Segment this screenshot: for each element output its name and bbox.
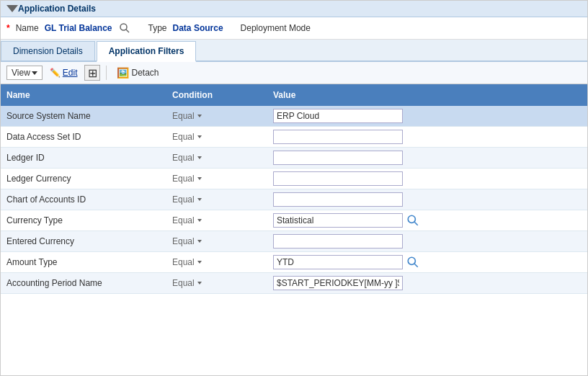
value-input[interactable] — [273, 109, 403, 123]
row-name-cell: Ledger Currency — [1, 169, 166, 189]
app-container: Application Details * Name GL Trial Bala… — [0, 0, 588, 376]
tabs-row: Dimension Details Application Filters — [1, 40, 587, 62]
condition-text: Equal — [172, 278, 195, 288]
row-value-cell[interactable] — [267, 252, 587, 272]
value-input[interactable] — [273, 213, 403, 228]
view-button[interactable]: View — [6, 66, 43, 80]
toolbar-separator — [106, 66, 107, 80]
row-condition-cell[interactable]: Equal — [166, 231, 267, 251]
col-name: Name — [1, 87, 166, 103]
table-row[interactable]: Ledger ID Equal — [1, 148, 587, 169]
row-condition-cell[interactable]: Equal — [166, 273, 267, 293]
value-input[interactable] — [273, 192, 403, 207]
name-label: Name — [16, 23, 39, 33]
condition-select[interactable]: Equal — [172, 194, 202, 205]
row-condition-cell[interactable]: Equal — [166, 106, 267, 126]
tab-filters[interactable]: Application Filters — [97, 41, 197, 62]
condition-text: Equal — [172, 132, 195, 142]
condition-chevron-icon — [197, 115, 202, 117]
col-value: Value — [267, 87, 587, 103]
collapse-icon[interactable] — [6, 5, 18, 12]
row-name-cell: Accounting Period Name — [1, 273, 166, 293]
condition-text: Equal — [172, 111, 195, 121]
condition-select[interactable]: Equal — [172, 215, 202, 225]
row-condition-cell[interactable]: Equal — [166, 127, 267, 147]
row-condition-cell[interactable]: Equal — [166, 210, 267, 230]
row-value-cell[interactable] — [267, 231, 587, 251]
condition-text: Equal — [172, 236, 195, 246]
table-row[interactable]: Entered Currency Equal — [1, 231, 587, 252]
table-row[interactable]: Chart of Accounts ID Equal — [1, 189, 587, 210]
svg-line-3 — [414, 222, 418, 225]
deployment-label: Deployment Mode — [241, 23, 311, 33]
grid-icon-button[interactable]: ⊞ — [84, 65, 100, 81]
condition-select[interactable]: Equal — [172, 257, 202, 267]
svg-point-2 — [408, 215, 415, 223]
svg-point-4 — [408, 257, 415, 264]
condition-chevron-icon — [197, 240, 202, 243]
value-input[interactable] — [273, 171, 403, 186]
svg-point-0 — [120, 24, 127, 30]
type-value: Data Source — [173, 23, 223, 33]
name-value: GL Trial Balance — [45, 23, 112, 33]
condition-chevron-icon — [197, 198, 202, 201]
condition-chevron-icon — [197, 282, 202, 285]
name-search-icon[interactable] — [118, 22, 131, 35]
value-search-button[interactable] — [406, 255, 420, 269]
row-value-cell[interactable] — [267, 127, 587, 147]
row-value-cell[interactable] — [267, 210, 587, 230]
app-details-row: * Name GL Trial Balance Type Data Source… — [1, 17, 587, 40]
col-condition: Condition — [166, 87, 267, 103]
filters-table: Name Condition Value Source System Name … — [1, 84, 587, 294]
value-input[interactable] — [273, 255, 403, 269]
condition-select[interactable]: Equal — [172, 236, 202, 246]
condition-select[interactable]: Equal — [172, 278, 202, 288]
table-row[interactable]: Ledger Currency Equal — [1, 169, 587, 189]
condition-select[interactable]: Equal — [172, 132, 202, 142]
table-row[interactable]: Currency Type Equal — [1, 210, 587, 231]
grid-icon: ⊞ — [88, 66, 97, 80]
view-label: View — [12, 68, 30, 78]
row-value-cell[interactable] — [267, 106, 587, 126]
value-input[interactable] — [273, 234, 403, 249]
condition-chevron-icon — [197, 219, 202, 222]
value-with-search — [273, 255, 420, 269]
app-header: Application Details — [1, 1, 587, 17]
edit-button[interactable]: ✏️ Edit — [45, 66, 82, 79]
condition-text: Equal — [172, 153, 195, 163]
row-condition-cell[interactable]: Equal — [166, 169, 267, 189]
table-header: Name Condition Value — [1, 84, 587, 106]
condition-select[interactable]: Equal — [172, 153, 202, 163]
row-value-cell[interactable] — [267, 148, 587, 168]
type-label: Type — [148, 23, 167, 33]
required-star: * — [6, 23, 10, 33]
row-name-cell: Amount Type — [1, 252, 166, 272]
row-name-cell: Currency Type — [1, 210, 166, 230]
condition-select[interactable]: Equal — [172, 174, 202, 184]
row-value-cell[interactable] — [267, 273, 587, 293]
row-condition-cell[interactable]: Equal — [166, 148, 267, 168]
row-value-cell[interactable] — [267, 189, 587, 210]
condition-select[interactable]: Equal — [172, 111, 202, 121]
value-search-button[interactable] — [406, 213, 420, 228]
condition-chevron-icon — [197, 177, 202, 180]
table-row[interactable]: Data Access Set ID Equal — [1, 127, 587, 148]
row-name-cell: Entered Currency — [1, 231, 166, 251]
value-input[interactable] — [273, 276, 403, 290]
row-condition-cell[interactable]: Equal — [166, 252, 267, 272]
app-header-title: Application Details — [18, 4, 96, 14]
table-row[interactable]: Accounting Period Name Equal — [1, 273, 587, 294]
row-name-cell: Chart of Accounts ID — [1, 189, 166, 210]
table-row[interactable]: Source System Name Equal — [1, 106, 587, 127]
condition-text: Equal — [172, 194, 195, 205]
row-condition-cell[interactable]: Equal — [166, 189, 267, 210]
table-row[interactable]: Amount Type Equal — [1, 252, 587, 273]
row-name-cell: Source System Name — [1, 106, 166, 126]
detach-button[interactable]: 🖼️ Detach — [112, 66, 163, 80]
tab-dimension[interactable]: Dimension Details — [1, 41, 95, 61]
value-input[interactable] — [273, 151, 403, 165]
condition-chevron-icon — [197, 261, 202, 264]
value-input[interactable] — [273, 130, 403, 144]
row-value-cell[interactable] — [267, 169, 587, 189]
svg-line-5 — [414, 264, 418, 267]
